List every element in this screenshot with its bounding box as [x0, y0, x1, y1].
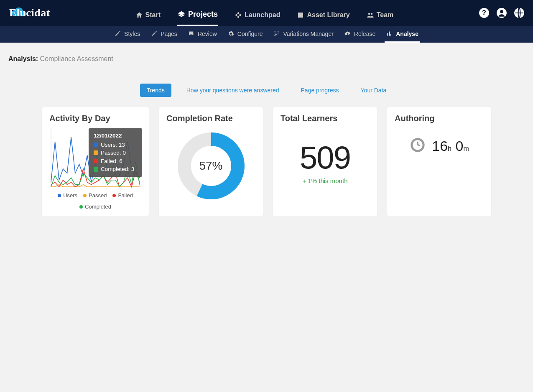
diamond-icon	[235, 11, 242, 19]
pencil-icon	[151, 31, 157, 37]
subnav-review[interactable]: Review	[186, 26, 219, 43]
card-learners: Total Learners 509 + 1% this month	[273, 107, 377, 216]
title-prefix: Analysis:	[8, 55, 38, 62]
legend-item[interactable]: Completed	[79, 204, 111, 210]
legend-item[interactable]: Failed	[112, 192, 133, 199]
top-navbar: Elucidat Start Projects Launchpad Asset …	[0, 0, 533, 26]
sub-navbar: Styles Pages Review Configure Variations…	[0, 26, 533, 43]
title-name: Compliance Assessment	[40, 55, 113, 62]
topbar-actions: ?	[479, 8, 525, 18]
nav-start[interactable]: Start	[135, 11, 161, 26]
nav-launchpad[interactable]: Launchpad	[235, 11, 280, 26]
chart-tooltip: 12/01/2022 Users: 13 Passed: 0 Failed: 6…	[89, 128, 142, 177]
dot-icon	[79, 205, 83, 209]
tab-questions[interactable]: How your questions were answered	[180, 84, 286, 97]
nav-projects[interactable]: Projects	[177, 10, 218, 26]
globe-icon[interactable]	[514, 8, 525, 18]
learners-delta: + 1% this month	[281, 177, 370, 184]
svg-point-3	[500, 10, 503, 13]
brand-logo[interactable]: Elucidat	[8, 7, 50, 19]
tooltip-text: Users: 13	[101, 141, 125, 149]
tooltip-text: Completed: 3	[101, 165, 134, 173]
subnav-label: Configure	[237, 31, 263, 37]
bars-icon	[386, 31, 393, 37]
tooltip-row-passed: Passed: 0	[94, 149, 137, 157]
swatch-icon	[94, 150, 98, 155]
dot-icon	[83, 194, 87, 197]
subnav-label: Release	[354, 31, 375, 37]
subnav-label: Styles	[124, 31, 140, 37]
donut-wrap: 57%	[166, 128, 255, 204]
svg-text:?: ?	[482, 9, 486, 16]
total-learners-value: 509	[281, 128, 370, 176]
tooltip-text: Passed: 0	[101, 149, 126, 157]
tooltip-row-users: Users: 13	[94, 141, 137, 149]
legend-item[interactable]: Users	[58, 192, 77, 199]
subnav-styles[interactable]: Styles	[113, 26, 142, 43]
legend-item[interactable]: Passed	[83, 192, 107, 199]
subnav-label: Analyse	[396, 31, 418, 37]
cloud-icon	[344, 31, 351, 37]
card-authoring: Authoring 16h 0m	[387, 107, 491, 216]
subnav-pages[interactable]: Pages	[149, 26, 179, 43]
account-icon[interactable]	[496, 8, 507, 18]
card-title: Authoring	[395, 114, 484, 123]
image-icon	[297, 11, 304, 19]
subnav-variations[interactable]: Variations Manager	[272, 26, 335, 43]
subnav-configure[interactable]: Configure	[226, 26, 265, 43]
tab-your-data[interactable]: Your Data	[354, 84, 393, 97]
card-activity: Activity By Day 12/01/2022 Users: 13 Pas…	[42, 107, 149, 216]
chart-legend: Users Passed Failed Completed	[49, 192, 141, 210]
chat-icon	[188, 31, 194, 37]
tooltip-row-completed: Completed: 3	[94, 165, 137, 173]
nav-label: Projects	[188, 10, 218, 19]
authoring-content: 16h 0m	[395, 128, 484, 155]
tooltip-date: 12/01/2022	[94, 132, 137, 140]
completion-donut: 57%	[177, 132, 245, 200]
nav-label: Launchpad	[245, 11, 280, 19]
page-title: Analysis: Compliance Assessment	[0, 43, 533, 71]
help-icon[interactable]: ?	[479, 8, 490, 18]
clock-icon	[409, 137, 426, 155]
nav-label: Asset Library	[307, 11, 349, 19]
card-completion: Completion Rate 57%	[159, 107, 263, 216]
home-icon	[135, 11, 143, 19]
subnav-analyse[interactable]: Analyse	[385, 26, 420, 43]
swatch-icon	[94, 159, 98, 163]
nav-asset-library[interactable]: Asset Library	[297, 11, 349, 26]
main-nav: Start Projects Launchpad Asset Library T…	[50, 0, 479, 26]
branch-icon	[273, 31, 280, 37]
tab-page-progress[interactable]: Page progress	[294, 84, 346, 97]
cards-row: Activity By Day 12/01/2022 Users: 13 Pas…	[0, 107, 533, 216]
activity-chart[interactable]: 12/01/2022 Users: 13 Passed: 0 Failed: 6…	[49, 128, 141, 189]
card-title: Total Learners	[281, 114, 370, 123]
subnav-label: Variations Manager	[283, 31, 333, 37]
tooltip-row-failed: Failed: 6	[94, 157, 137, 165]
brand-text: Elucidat	[9, 7, 50, 19]
dot-icon	[58, 194, 61, 197]
completion-percent: 57%	[177, 132, 245, 200]
pencil-icon	[115, 31, 121, 37]
tooltip-text: Failed: 6	[101, 157, 122, 165]
nav-label: Team	[377, 11, 394, 19]
nav-team[interactable]: Team	[367, 11, 394, 26]
dot-icon	[112, 194, 116, 197]
swatch-icon	[94, 167, 98, 172]
card-title: Activity By Day	[49, 114, 141, 123]
subnav-label: Pages	[161, 31, 177, 37]
card-title: Completion Rate	[166, 114, 255, 123]
swatch-icon	[94, 143, 98, 147]
people-icon	[367, 11, 374, 19]
authoring-time: 16h 0m	[432, 138, 469, 154]
gear-icon	[228, 31, 234, 37]
tab-trends[interactable]: Trends	[140, 84, 171, 97]
layers-icon	[177, 10, 186, 19]
analysis-tabs: Trends How your questions were answered …	[0, 84, 533, 97]
nav-label: Start	[145, 11, 161, 19]
subnav-label: Review	[198, 31, 217, 37]
subnav-release[interactable]: Release	[343, 26, 377, 43]
